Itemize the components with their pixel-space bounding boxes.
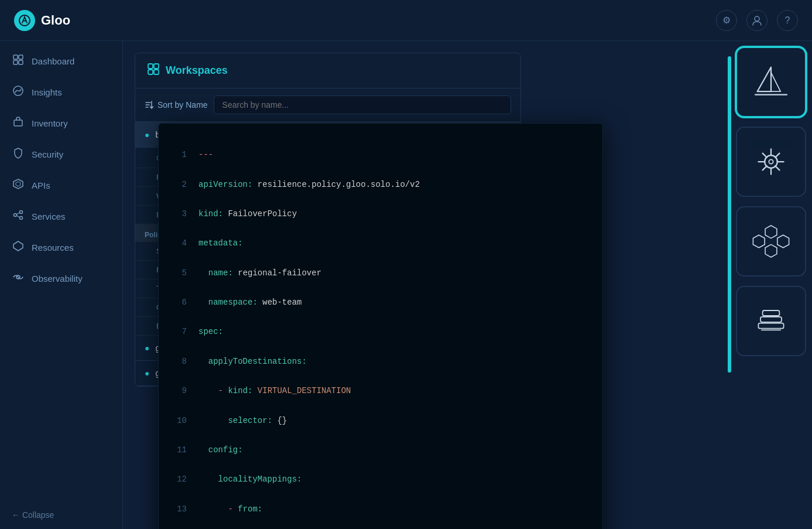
sidebar-item-label: Observability: [32, 274, 83, 284]
security-icon: [12, 147, 25, 162]
sidebar-item-label: Security: [32, 149, 63, 159]
svg-rect-25: [750, 141, 792, 183]
workspaces-icon: [147, 63, 160, 79]
code-line-13: 13 - from:: [173, 502, 588, 517]
svg-line-13: [16, 213, 20, 214]
sidebar-item-label: Insights: [32, 87, 62, 97]
collapse-label: ← Collapse: [12, 510, 54, 520]
sidebar-item-apis[interactable]: APIs: [0, 170, 122, 201]
sidebar-item-resources[interactable]: Resources: [0, 232, 122, 263]
sort-label: Sort by Name: [157, 100, 208, 110]
content-area: Workspaces Sort by Name ● bookinfo ∨: [123, 41, 812, 529]
topbar: Gloo ⚙ ?: [0, 0, 812, 41]
tech-card-solo[interactable]: [736, 286, 806, 356]
sidebar-item-inventory[interactable]: Inventory: [0, 108, 122, 139]
svg-rect-18: [154, 64, 159, 69]
sidebar-item-label: Resources: [32, 243, 74, 252]
help-icon[interactable]: ?: [777, 10, 798, 31]
topbar-actions: ⚙ ?: [716, 10, 798, 31]
svg-rect-4: [13, 60, 18, 64]
cyan-accent-bar: [728, 56, 731, 373]
svg-rect-3: [19, 55, 23, 59]
code-line-4: 4metadata:: [173, 236, 588, 251]
sort-button[interactable]: Sort by Name: [145, 100, 208, 110]
resources-icon: [12, 240, 25, 255]
workspaces-toolbar: Sort by Name: [135, 88, 520, 122]
code-line-6: 6 namespace: web-team: [173, 295, 588, 310]
svg-rect-19: [148, 70, 153, 74]
svg-marker-15: [13, 241, 23, 251]
observability-icon: [12, 271, 25, 286]
svg-rect-2: [13, 55, 18, 59]
code-line-2: 2apiVersion: resilience.policy.gloo.solo…: [173, 178, 588, 192]
logo-icon: [14, 10, 35, 31]
sidebar-item-label: Inventory: [32, 118, 68, 128]
sidebar-item-label: Services: [32, 211, 66, 221]
sidebar-item-insights[interactable]: Insights: [0, 77, 122, 108]
tech-card-cilium[interactable]: [736, 206, 806, 277]
code-content: 1--- 2apiVersion: resilience.policy.gloo…: [159, 124, 602, 529]
services-icon: [12, 209, 25, 224]
insights-icon: [12, 85, 25, 100]
svg-rect-17: [148, 64, 153, 69]
code-line-12: 12 localityMappings:: [173, 472, 588, 487]
workspace-circle-icon: ●: [145, 130, 149, 139]
workspaces-header: Workspaces: [135, 53, 520, 88]
workspace-circle-icon: ●: [145, 343, 149, 353]
sidebar-item-label: APIs: [32, 180, 50, 190]
code-line-10: 10 selector: {}: [173, 414, 588, 428]
code-line-9: 9 - kind: VIRTUAL_DESTINATION: [173, 384, 588, 398]
tech-cards-list: [736, 47, 806, 356]
code-line-7: 7spec:: [173, 325, 588, 339]
tech-card-kubernetes[interactable]: [736, 127, 806, 197]
workspaces-title: Workspaces: [166, 64, 228, 77]
main-layout: Dashboard Insights Inventory: [0, 41, 812, 529]
dashboard-icon: [12, 54, 25, 69]
svg-rect-5: [19, 60, 23, 64]
code-line-1: 1---: [173, 148, 588, 162]
svg-point-10: [14, 214, 17, 217]
logo: Gloo: [14, 10, 70, 31]
collapse-button[interactable]: ← Collapse: [0, 501, 122, 529]
workspace-circle-icon: ●: [145, 368, 149, 378]
svg-rect-20: [154, 70, 159, 74]
apis-icon: [12, 178, 25, 193]
sidebar-item-security[interactable]: Security: [0, 139, 122, 170]
code-line-8: 8 applyToDestinations:: [173, 354, 588, 369]
svg-line-14: [16, 216, 20, 217]
code-line-11: 11 config:: [173, 443, 588, 458]
tech-cards-wrapper: [728, 47, 806, 373]
svg-marker-9: [16, 182, 20, 186]
code-line-5: 5 name: regional-failover: [173, 266, 588, 281]
sidebar: Dashboard Insights Inventory: [0, 41, 123, 529]
svg-rect-7: [14, 120, 22, 126]
svg-point-11: [20, 211, 23, 214]
settings-icon[interactable]: ⚙: [716, 10, 737, 31]
tech-card-istio[interactable]: [736, 47, 806, 117]
sidebar-item-dashboard[interactable]: Dashboard: [0, 46, 122, 77]
search-input[interactable]: [214, 95, 511, 114]
code-overlay: 1--- 2apiVersion: resilience.policy.gloo…: [158, 123, 603, 529]
sidebar-item-label: Dashboard: [32, 56, 74, 66]
sidebar-item-services[interactable]: Services: [0, 201, 122, 232]
logo-text: Gloo: [41, 13, 70, 28]
svg-marker-8: [13, 179, 23, 189]
user-icon[interactable]: [746, 10, 768, 31]
svg-point-12: [20, 217, 23, 220]
svg-rect-36: [750, 220, 792, 262]
sidebar-item-observability[interactable]: Observability: [0, 263, 122, 294]
inventory-icon: [12, 116, 25, 131]
svg-point-1: [755, 16, 759, 21]
code-line-3: 3kind: FailoverPolicy: [173, 207, 588, 221]
svg-rect-41: [750, 300, 792, 342]
